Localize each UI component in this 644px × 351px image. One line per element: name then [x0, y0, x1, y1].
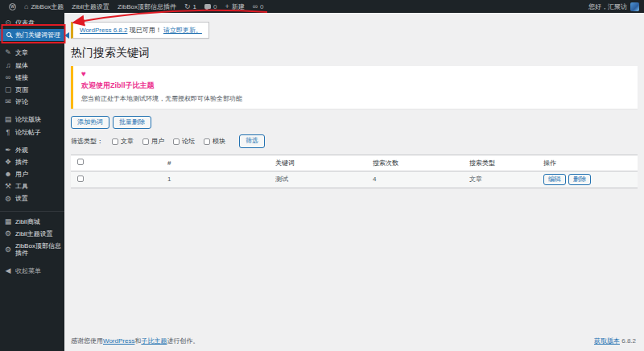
- update-now-link[interactable]: 请立即更新。: [163, 27, 202, 34]
- sidebar-item-forum-sections[interactable]: ▤ 论坛版块: [0, 114, 64, 126]
- comments-icon: ✉: [4, 98, 12, 105]
- footer-wordpress-link[interactable]: WordPress: [103, 337, 134, 345]
- admin-bar: W ⌂ ZibBox主题 Zibll主题设置 ZibBox顶部信息插件 ↻ 1 …: [0, 0, 644, 13]
- cell-index: 1: [161, 171, 269, 188]
- sidebar-label: 收起菜单: [15, 267, 41, 275]
- filter-option-label: 模块: [213, 137, 225, 146]
- cell-keyword: 测试: [269, 171, 366, 188]
- footer-theme-link[interactable]: 子比主题: [141, 337, 167, 345]
- sidebar-label: Zibll主题设置: [15, 230, 53, 237]
- avatar[interactable]: [630, 2, 639, 11]
- keywords-table: # 关键词 搜索次数 搜索类型 操作 1 测试 4 文章 编辑 删除: [71, 155, 638, 188]
- col-actions: 操作: [537, 155, 638, 171]
- sidebar-item-forum-posts[interactable]: ¶ 论坛帖子: [0, 126, 64, 138]
- dashboard-icon: ⊙: [4, 19, 12, 27]
- chain-link-icon: ∞: [253, 3, 258, 10]
- footer-version: 获取版本 6.8.2: [594, 337, 636, 345]
- adminbar-topbar-plugin-link[interactable]: ZibBox顶部信息插件: [114, 0, 180, 13]
- sidebar-label: ZibBox顶部信息插件: [15, 242, 61, 257]
- users-icon: ☻: [4, 171, 12, 178]
- heart-icon: ♥: [81, 70, 630, 78]
- filter-option-modules[interactable]: 模块: [204, 137, 225, 146]
- admin-footer: 感谢您使用WordPress和子比主题进行创作。 获取版本 6.8.2: [71, 337, 636, 345]
- checkbox-posts[interactable]: [112, 138, 118, 145]
- row-checkbox[interactable]: [77, 176, 84, 182]
- pages-icon: ▢: [4, 86, 12, 93]
- sidebar-item-posts[interactable]: ✎ 文章: [0, 47, 64, 59]
- table-row: 1 测试 4 文章 编辑 删除: [71, 171, 638, 188]
- sidebar-item-tools[interactable]: ⚒ 工具: [0, 180, 64, 192]
- sidebar-item-plugins[interactable]: ❖ 插件: [0, 156, 64, 168]
- new-content-link[interactable]: + 新建: [221, 0, 248, 13]
- sidebar-label: 页面: [15, 86, 28, 93]
- sidebar-label: 链接: [15, 74, 28, 81]
- forum-posts-icon: ¶: [4, 129, 12, 136]
- footer-text: 感谢您使用: [71, 337, 103, 345]
- search-icon: [4, 31, 12, 39]
- sidebar-item-settings[interactable]: ⚙ 设置: [0, 192, 64, 204]
- checkbox-forum[interactable]: [173, 138, 180, 145]
- user-greeting[interactable]: 您好，汇聚访: [588, 2, 627, 11]
- update-icon: ↻: [184, 3, 191, 10]
- get-version-link[interactable]: 获取版本: [594, 337, 620, 345]
- toolbar: 添加热词 批量删除: [71, 116, 638, 129]
- sidebar-divider: [0, 211, 64, 212]
- sidebar-label: 文章: [15, 49, 28, 56]
- sidebar-item-zibll-theme-settings[interactable]: ⚙ Zibll主题设置: [0, 228, 64, 240]
- add-keyword-button[interactable]: 添加热词: [71, 116, 109, 129]
- welcome-description: 您当前正处于本地测试环境，无需授权即可体验全部功能: [81, 94, 630, 103]
- checkbox-users[interactable]: [142, 138, 149, 145]
- filter-option-posts[interactable]: 文章: [112, 137, 134, 146]
- collapse-menu-button[interactable]: ◀ 收起菜单: [0, 265, 64, 277]
- site-name-link[interactable]: ⌂ ZibBox主题: [20, 0, 68, 13]
- footer-text: 进行创作。: [167, 337, 199, 345]
- sidebar-item-links[interactable]: ∞ 链接: [0, 72, 64, 84]
- wordpress-version-link[interactable]: WordPress 6.8.2: [80, 27, 127, 34]
- store-icon: ▦: [4, 218, 12, 225]
- sidebar-item-pages[interactable]: ▢ 页面: [0, 84, 64, 96]
- tools-icon: ⚒: [4, 183, 12, 190]
- sidebar-label: 工具: [15, 183, 28, 190]
- new-label: 新建: [232, 2, 245, 11]
- sidebar-item-comments[interactable]: ✉ 评论: [0, 96, 64, 108]
- sidebar-item-zibbox-topbar-plugin[interactable]: ⚙ ZibBox顶部信息插件: [0, 240, 64, 259]
- sidebar-label: 用户: [15, 171, 28, 178]
- filter-submit-button[interactable]: 筛选: [239, 134, 265, 147]
- appearance-icon: ✒: [4, 147, 12, 154]
- filter-option-label: 论坛: [182, 137, 195, 146]
- page-title: 热门搜索关键词: [71, 46, 638, 60]
- sidebar-item-media[interactable]: ♫ 媒体: [0, 60, 64, 72]
- cell-search-type: 文章: [463, 171, 537, 188]
- checkbox-modules[interactable]: [204, 138, 210, 145]
- wp-logo-menu[interactable]: W: [5, 0, 20, 13]
- welcome-title: 欢迎使用Zibll子比主题: [81, 81, 630, 91]
- sidebar-item-hot-keywords[interactable]: 热门关键词管理: [0, 29, 64, 41]
- main-content: WordPress 6.8.2 现已可用！ 请立即更新。 热门搜索关键词 ♥ 欢…: [64, 13, 644, 351]
- table-header-row: # 关键词 搜索次数 搜索类型 操作: [71, 155, 638, 171]
- filter-label: 筛选类型：: [71, 137, 103, 146]
- posts-icon: ✎: [4, 49, 12, 56]
- sidebar-label: 论坛版块: [15, 116, 41, 123]
- adminbar-theme-settings-link[interactable]: Zibll主题设置: [68, 0, 114, 13]
- updates-link[interactable]: ↻ 1: [180, 0, 200, 13]
- select-all-checkbox[interactable]: [77, 159, 84, 165]
- filter-option-users[interactable]: 用户: [142, 137, 164, 146]
- sidebar-item-dashboard[interactable]: ⊙ 仪表盘: [0, 17, 64, 29]
- plus-icon: +: [225, 3, 229, 10]
- comments-count: 0: [213, 3, 217, 10]
- sidebar-item-zibll-store[interactable]: ▦ Zibll商城: [0, 216, 64, 228]
- links-icon: ∞: [4, 74, 12, 81]
- delete-button[interactable]: 删除: [568, 174, 591, 185]
- filter-option-forum[interactable]: 论坛: [173, 137, 195, 146]
- footer-thanks: 感谢您使用WordPress和子比主题进行创作。: [71, 337, 199, 345]
- col-search-type: 搜索类型: [463, 155, 537, 171]
- bulk-delete-button[interactable]: 批量删除: [113, 116, 151, 129]
- sidebar-item-users[interactable]: ☻ 用户: [0, 168, 64, 180]
- sidebar-item-appearance[interactable]: ✒ 外观: [0, 144, 64, 156]
- edit-button[interactable]: 编辑: [543, 174, 566, 185]
- comments-link[interactable]: 0: [200, 0, 221, 13]
- forum-sections-icon: ▤: [4, 116, 12, 123]
- settings-icon: ⚙: [4, 196, 12, 203]
- filter-option-label: 文章: [121, 137, 134, 146]
- broken-links-link[interactable]: ∞ 0: [249, 0, 268, 13]
